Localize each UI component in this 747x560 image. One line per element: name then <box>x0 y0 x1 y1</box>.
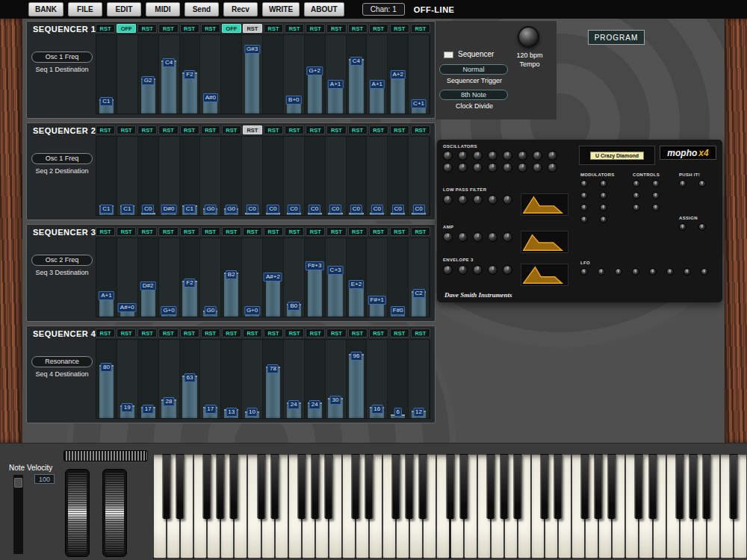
step-column[interactable]: C0 <box>242 137 263 215</box>
step-toggle-button[interactable]: RST <box>264 227 283 236</box>
step-column[interactable] <box>263 35 284 113</box>
step-toggle-button[interactable]: RST <box>137 329 157 337</box>
step-toggle-button[interactable]: RST <box>306 329 325 337</box>
step-column[interactable]: C0 <box>138 137 159 215</box>
piano-black-key[interactable] <box>270 454 279 519</box>
step-column[interactable]: C0 <box>326 137 347 215</box>
step-toggle-button[interactable]: RST <box>117 329 136 337</box>
step-toggle-button[interactable]: RST <box>201 329 220 337</box>
step-column[interactable]: E+2 <box>347 238 368 317</box>
step-toggle-button[interactable]: RST <box>390 125 409 134</box>
step-column[interactable]: C0 <box>409 137 430 215</box>
step-toggle-button[interactable]: RST <box>411 329 430 337</box>
step-toggle-button[interactable]: RST <box>306 125 325 134</box>
step-toggle-button[interactable]: RST <box>243 24 262 33</box>
step-toggle-button[interactable]: RST <box>96 125 115 134</box>
sequencer-enable-checkbox[interactable] <box>444 52 453 58</box>
step-toggle-button[interactable]: RST <box>180 125 199 134</box>
piano-black-key[interactable] <box>203 454 211 519</box>
step-toggle-button[interactable]: RST <box>411 125 430 134</box>
step-column[interactable]: 78 <box>263 340 284 418</box>
step-column[interactable] <box>117 35 138 113</box>
step-column[interactable] <box>221 35 242 113</box>
step-column[interactable]: B2 <box>221 238 242 317</box>
step-column[interactable]: A#+0 <box>117 238 138 317</box>
step-column[interactable]: 17 <box>138 340 159 418</box>
menu-button-edit[interactable]: EDIT <box>107 2 141 16</box>
menu-button-send[interactable]: Send <box>185 2 219 16</box>
piano-black-key[interactable] <box>297 454 306 519</box>
step-column[interactable]: 19 <box>117 340 138 418</box>
step-column[interactable]: F2 <box>180 35 201 113</box>
step-toggle-button[interactable]: RST <box>96 24 115 33</box>
step-toggle-button[interactable]: RST <box>264 329 283 337</box>
piano-black-key[interactable] <box>365 454 374 519</box>
step-column[interactable]: 6 <box>388 340 409 418</box>
piano-black-key[interactable] <box>702 454 710 519</box>
step-toggle-button[interactable]: RST <box>180 227 199 236</box>
piano-black-key[interactable] <box>459 454 468 519</box>
step-toggle-button[interactable]: RST <box>348 227 368 236</box>
piano-black-key[interactable] <box>554 454 562 519</box>
step-column[interactable]: C0 <box>388 137 409 215</box>
step-toggle-button[interactable]: RST <box>96 227 115 236</box>
step-column[interactable]: 96 <box>347 340 368 418</box>
step-bar[interactable] <box>349 59 363 114</box>
menu-button-about[interactable]: ABOUT <box>304 2 344 16</box>
step-column[interactable]: 28 <box>159 340 180 418</box>
piano-black-key[interactable] <box>648 454 657 519</box>
step-column[interactable]: B+0 <box>284 35 305 113</box>
step-toggle-button[interactable]: RST <box>137 24 157 33</box>
piano-black-key[interactable] <box>608 454 616 519</box>
note-velocity-slider[interactable] <box>13 474 24 555</box>
piano-black-key[interactable] <box>230 454 238 519</box>
step-toggle-button[interactable]: RST <box>264 125 283 134</box>
step-toggle-button[interactable]: RST <box>201 227 220 236</box>
step-bar[interactable] <box>308 264 322 317</box>
pitch-wheel-surface[interactable] <box>68 472 87 554</box>
step-toggle-button[interactable]: RST <box>411 227 430 236</box>
step-toggle-button[interactable]: RST <box>348 24 368 33</box>
step-toggle-button[interactable]: RST <box>137 125 157 134</box>
step-column[interactable]: G#3 <box>242 35 263 113</box>
step-toggle-button[interactable]: RST <box>369 125 388 134</box>
step-toggle-button[interactable]: RST <box>369 24 388 33</box>
step-toggle-button[interactable]: RST <box>285 329 304 337</box>
piano-black-key[interactable] <box>581 454 589 519</box>
step-bar[interactable] <box>161 60 176 113</box>
step-column[interactable]: A+2 <box>388 35 409 113</box>
piano-black-key[interactable] <box>324 454 332 519</box>
step-column[interactable]: C+1 <box>409 35 430 113</box>
step-column[interactable]: C1 <box>96 35 117 113</box>
step-toggle-button[interactable]: RST <box>390 24 409 33</box>
step-toggle-button[interactable]: RST <box>180 24 199 33</box>
step-toggle-button[interactable]: RST <box>390 329 409 337</box>
step-toggle-button[interactable]: RST <box>117 227 136 236</box>
step-column[interactable]: F2 <box>180 238 201 317</box>
piano-black-key[interactable] <box>486 454 495 519</box>
step-toggle-button[interactable]: RST <box>326 227 346 236</box>
piano-black-key[interactable] <box>729 454 737 519</box>
step-column[interactable]: 24 <box>284 340 305 418</box>
midi-channel-button[interactable]: Chan: 1 <box>362 3 405 16</box>
step-toggle-button[interactable]: RST <box>158 125 178 134</box>
piano-black-key[interactable] <box>500 454 508 519</box>
step-toggle-button[interactable]: RST <box>222 227 241 236</box>
step-toggle-button[interactable]: RST <box>326 24 346 33</box>
step-column[interactable]: C0 <box>263 137 284 215</box>
step-column[interactable]: 63 <box>180 340 201 418</box>
step-toggle-button[interactable]: RST <box>158 24 178 33</box>
step-column[interactable]: 30 <box>326 340 347 418</box>
step-toggle-button[interactable]: RST <box>369 227 388 236</box>
step-column[interactable]: F#+1 <box>367 238 388 317</box>
menu-button-write[interactable]: WRITE <box>262 2 300 16</box>
step-toggle-button[interactable]: RST <box>348 329 368 337</box>
menu-button-file[interactable]: FILE <box>68 2 102 16</box>
step-column[interactable]: C+3 <box>326 238 347 317</box>
step-toggle-button[interactable]: RST <box>137 227 157 236</box>
piano-black-key[interactable] <box>513 454 521 519</box>
pitch-bend-wheel[interactable] <box>65 469 90 557</box>
tempo-knob[interactable] <box>518 26 539 48</box>
step-column[interactable]: G2 <box>138 35 159 113</box>
step-column[interactable]: G0 <box>221 137 242 215</box>
